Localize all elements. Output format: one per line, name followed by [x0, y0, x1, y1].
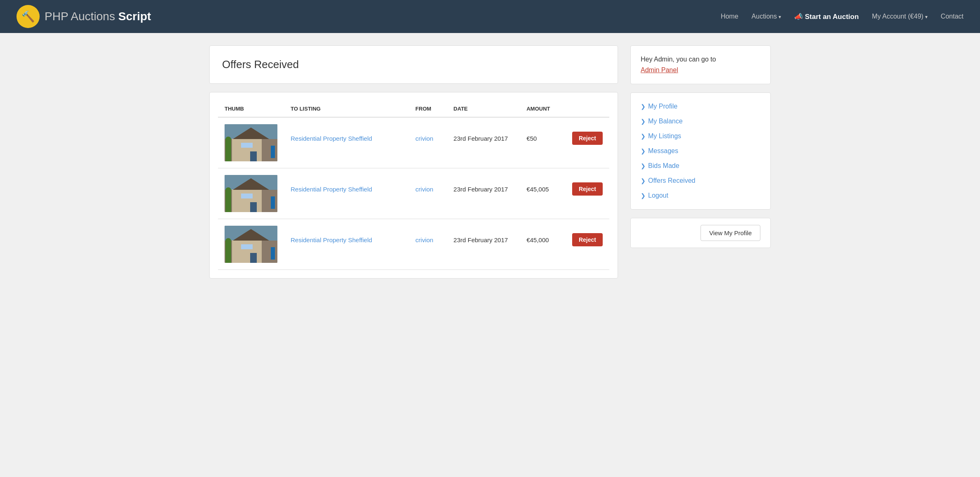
thumb-cell — [218, 219, 284, 270]
table-row: Residential Property Sheffieldcrivion23r… — [218, 117, 609, 168]
sidebar-item-label: Messages — [648, 147, 678, 155]
chevron-right-icon: ❯ — [641, 103, 646, 110]
action-cell: Reject — [566, 219, 609, 270]
reject-button[interactable]: Reject — [572, 132, 603, 145]
col-header-amount: AMOUNT — [520, 101, 566, 117]
action-cell: Reject — [566, 117, 609, 168]
listing-link[interactable]: Residential Property Sheffield — [291, 135, 372, 142]
col-header-listing: TO LISTING — [284, 101, 409, 117]
sidebar-item-offers-received[interactable]: ❯Offers Received — [641, 177, 760, 184]
sidebar-nav: ❯My Profile❯My Balance❯My Listings❯Messa… — [641, 103, 760, 199]
from-cell: crivion — [409, 117, 447, 168]
sidebar-item-label: Offers Received — [648, 177, 695, 184]
sidebar-item-logout[interactable]: ❯Logout — [641, 192, 760, 199]
sidebar-item-label: My Listings — [648, 132, 681, 140]
sidebar: Hey Admin, you can go to Admin Panel ❯My… — [630, 45, 771, 248]
nav-home[interactable]: Home — [721, 13, 739, 20]
nav-contact[interactable]: Contact — [941, 13, 963, 20]
view-profile-card: View My Profile — [630, 218, 771, 248]
property-thumbnail — [225, 124, 277, 161]
property-thumbnail — [225, 226, 277, 263]
from-cell: crivion — [409, 219, 447, 270]
listing-link[interactable]: Residential Property Sheffield — [291, 236, 372, 243]
logo: 🔨 PHP Auctions Script — [17, 5, 151, 28]
listing-cell: Residential Property Sheffield — [284, 117, 409, 168]
sidebar-item-label: My Profile — [648, 103, 677, 110]
sidebar-item-my-balance[interactable]: ❯My Balance — [641, 118, 760, 125]
chevron-right-icon: ❯ — [641, 133, 646, 139]
amount-text: €50 — [526, 135, 537, 142]
from-link[interactable]: crivion — [415, 186, 433, 193]
col-header-from: FROM — [409, 101, 447, 117]
logo-text: PHP Auctions Script — [45, 10, 151, 23]
listing-cell: Residential Property Sheffield — [284, 168, 409, 219]
from-link[interactable]: crivion — [415, 135, 433, 142]
sidebar-item-bids-made[interactable]: ❯Bids Made — [641, 162, 760, 170]
nav-start-auction[interactable]: 📣 Start an Auction — [794, 12, 859, 21]
view-my-profile-button[interactable]: View My Profile — [701, 225, 760, 241]
main-nav: Home Auctions▾ 📣 Start an Auction My Acc… — [721, 12, 963, 21]
chevron-right-icon: ❯ — [641, 148, 646, 154]
table-row: Residential Property Sheffieldcrivion23r… — [218, 219, 609, 270]
table-row: Residential Property Sheffieldcrivion23r… — [218, 168, 609, 219]
offers-table-card: THUMB TO LISTING FROM DATE AMOUNT — [209, 92, 618, 279]
date-cell: 23rd February 2017 — [447, 168, 520, 219]
nav-auctions[interactable]: Auctions▾ — [752, 13, 781, 20]
page-body: Offers Received THUMB TO LISTING FROM DA… — [201, 33, 779, 291]
amount-cell: €45,000 — [520, 219, 566, 270]
table-header-row: THUMB TO LISTING FROM DATE AMOUNT — [218, 101, 609, 117]
col-header-date: DATE — [447, 101, 520, 117]
chevron-right-icon: ❯ — [641, 118, 646, 125]
property-thumbnail — [225, 175, 277, 212]
from-link[interactable]: crivion — [415, 236, 433, 243]
date-text: 23rd February 2017 — [454, 135, 508, 142]
from-cell: crivion — [409, 168, 447, 219]
chevron-right-icon: ❯ — [641, 163, 646, 169]
date-text: 23rd February 2017 — [454, 186, 508, 193]
chevron-down-icon: ▾ — [925, 14, 928, 20]
admin-text: Hey Admin, you can go to — [641, 56, 760, 63]
admin-panel-link[interactable]: Admin Panel — [641, 66, 678, 73]
sidebar-item-my-listings[interactable]: ❯My Listings — [641, 132, 760, 140]
chevron-right-icon: ❯ — [641, 177, 646, 184]
account-nav-card: ❯My Profile❯My Balance❯My Listings❯Messa… — [630, 92, 771, 210]
date-text: 23rd February 2017 — [454, 236, 508, 243]
logo-icon: 🔨 — [17, 5, 40, 28]
col-header-thumb: THUMB — [218, 101, 284, 117]
main-content: Offers Received THUMB TO LISTING FROM DA… — [209, 45, 618, 279]
offers-table: THUMB TO LISTING FROM DATE AMOUNT — [218, 101, 609, 270]
thumb-cell — [218, 117, 284, 168]
action-cell: Reject — [566, 168, 609, 219]
chevron-down-icon: ▾ — [779, 14, 781, 20]
amount-cell: €45,005 — [520, 168, 566, 219]
thumb-cell — [218, 168, 284, 219]
amount-text: €45,000 — [526, 236, 549, 243]
sidebar-item-my-profile[interactable]: ❯My Profile — [641, 103, 760, 110]
col-header-action — [566, 101, 609, 117]
site-header: 🔨 PHP Auctions Script Home Auctions▾ 📣 S… — [0, 0, 980, 33]
date-cell: 23rd February 2017 — [447, 219, 520, 270]
nav-my-account[interactable]: My Account (€49)▾ — [872, 13, 928, 20]
sidebar-item-label: Logout — [648, 192, 668, 199]
title-card: Offers Received — [209, 45, 618, 84]
amount-text: €45,005 — [526, 186, 549, 193]
sidebar-item-label: Bids Made — [648, 162, 679, 170]
listing-link[interactable]: Residential Property Sheffield — [291, 186, 372, 193]
admin-panel-card: Hey Admin, you can go to Admin Panel — [630, 45, 771, 84]
chevron-right-icon: ❯ — [641, 192, 646, 199]
reject-button[interactable]: Reject — [572, 182, 603, 196]
amount-cell: €50 — [520, 117, 566, 168]
reject-button[interactable]: Reject — [572, 233, 603, 246]
date-cell: 23rd February 2017 — [447, 117, 520, 168]
sidebar-item-messages[interactable]: ❯Messages — [641, 147, 760, 155]
page-title: Offers Received — [222, 58, 605, 71]
sidebar-item-label: My Balance — [648, 118, 683, 125]
listing-cell: Residential Property Sheffield — [284, 219, 409, 270]
